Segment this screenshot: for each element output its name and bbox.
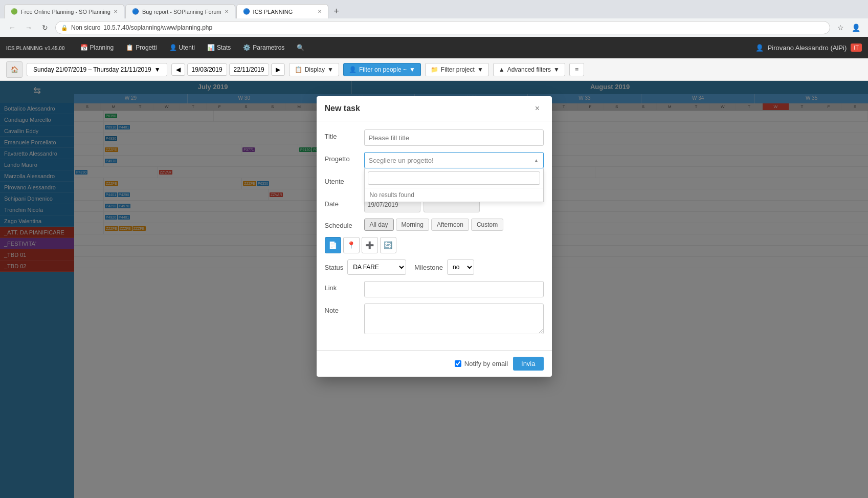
- tab-close[interactable]: ✕: [114, 9, 118, 14]
- lock-text: Non sicuro: [71, 24, 100, 31]
- forward-button[interactable]: →: [23, 21, 35, 34]
- search-icon: 🔍: [297, 44, 304, 51]
- submit-button[interactable]: Invia: [513, 357, 543, 371]
- advanced-filters-icon: ▲: [499, 66, 505, 73]
- progetto-control: Scegliere un progetto! ▲ No results foun…: [364, 152, 544, 168]
- schedule-afternoon-btn[interactable]: Afternoon: [431, 219, 469, 231]
- toolbar: 🏠 Sunday 21/07/2019 – Thursday 21/11/201…: [0, 58, 868, 81]
- link-row: Link: [325, 281, 544, 297]
- user-icon: 👤: [755, 44, 764, 52]
- header-right: 👤 Pirovano Alessandro (AlPi) IT: [755, 44, 862, 52]
- filter-project-label: Filter project: [441, 66, 475, 73]
- title-input[interactable]: [364, 129, 544, 146]
- advanced-filters-arrow: ▼: [553, 66, 560, 73]
- date-range-button[interactable]: Sunday 21/07/2019 – Thursday 21/11/2019 …: [27, 63, 167, 76]
- filter-project-arrow: ▼: [477, 66, 483, 73]
- note-textarea[interactable]: [364, 304, 544, 334]
- prev-date-button[interactable]: ◀: [171, 63, 185, 76]
- new-tab-button[interactable]: +: [329, 4, 344, 18]
- link-control: [364, 281, 544, 297]
- browser-icons: ☆ 👤: [834, 21, 862, 34]
- parametros-icon: ⚙️: [243, 44, 251, 51]
- header-nav: 📅 Planning 📋 Progetti 👤 Utenti 📊 Stats ⚙…: [75, 42, 310, 53]
- logo-version: v1.45.00: [45, 46, 65, 51]
- status-milestone-row: Status DA FARE IN CORSO COMPLETATO Miles…: [325, 259, 544, 275]
- filter-project-button[interactable]: 📁 Filter project ▼: [425, 63, 489, 76]
- location-action-icon[interactable]: 📍: [343, 237, 360, 253]
- utenti-icon: 👤: [169, 44, 177, 51]
- nav-parametros[interactable]: ⚙️ Parametros: [238, 42, 290, 53]
- nav-search[interactable]: 🔍: [292, 42, 309, 53]
- back-button[interactable]: ←: [6, 21, 18, 34]
- status-select[interactable]: DA FARE IN CORSO COMPLETATO: [347, 259, 406, 275]
- nav-planning[interactable]: 📅 Planning: [75, 42, 119, 53]
- milestone-select[interactable]: no yes: [447, 259, 474, 275]
- progetto-search-input[interactable]: [368, 171, 540, 185]
- nav-planning-label: Planning: [90, 44, 114, 51]
- lock-icon: 🔒: [61, 25, 68, 31]
- milestone-group: Milestone no yes: [414, 259, 474, 275]
- tab-label3: ICS PLANNING: [253, 9, 293, 15]
- note-control: [364, 304, 544, 336]
- tab-soplanning[interactable]: 🟢 Free Online Planning - SO Planning ✕: [4, 4, 124, 18]
- note-row: Note: [325, 304, 544, 336]
- modal-title: New task: [325, 104, 360, 113]
- schedule-label: Schedule: [325, 219, 358, 229]
- stats-icon: 📊: [207, 44, 215, 51]
- nav-progetti-label: Progetti: [136, 44, 157, 51]
- document-action-icon[interactable]: 📄: [325, 237, 341, 253]
- browser-chrome: 🟢 Free Online Planning - SO Planning ✕ 🔵…: [0, 0, 868, 37]
- modal-overlay: New task × Title Progetto Scegliere un: [0, 81, 868, 498]
- tab-label: Free Online Planning - SO Planning: [21, 9, 110, 15]
- tab-close3[interactable]: ✕: [318, 9, 322, 14]
- nav-progetti[interactable]: 📋 Progetti: [121, 42, 162, 53]
- modal-close-button[interactable]: ×: [531, 102, 544, 115]
- filter-people-button[interactable]: 👤 Filter on people ~ ▼: [343, 63, 421, 76]
- profile-icon[interactable]: 👤: [850, 21, 862, 34]
- schedule-morning-btn[interactable]: Morning: [396, 219, 429, 231]
- progetto-row: Progetto Scegliere un progetto! ▲ No res…: [325, 152, 544, 168]
- display-button[interactable]: 📋 Display ▼: [289, 63, 339, 76]
- progetti-icon: 📋: [126, 44, 133, 51]
- status-group: Status DA FARE IN CORSO COMPLETATO: [325, 259, 407, 275]
- main-content: ⇆ Bottalico Alessandro Candiago Marcello…: [0, 81, 868, 498]
- advanced-filters-label: Advanced filters: [507, 66, 551, 73]
- schedule-custom-btn[interactable]: Custom: [471, 219, 503, 231]
- tab-bar: 🟢 Free Online Planning - SO Planning ✕ 🔵…: [0, 0, 868, 18]
- progetto-search-container: [365, 168, 543, 188]
- logo-text: ICS PLANNING: [6, 46, 43, 51]
- modal-header: New task ×: [317, 96, 552, 121]
- nav-utenti[interactable]: 👤 Utenti: [164, 42, 200, 53]
- url-bar[interactable]: 🔒 Non sicuro 10.5.7.40/soplanning/www/pl…: [55, 21, 830, 34]
- modal-body: Title Progetto Scegliere un progetto! ▲: [317, 121, 552, 350]
- tab-favicon: 🟢: [11, 8, 18, 15]
- progetto-dropdown-trigger[interactable]: Scegliere un progetto! ▲: [364, 152, 544, 168]
- reload-button[interactable]: ↻: [39, 21, 51, 34]
- notify-label: Notify by email: [464, 360, 508, 367]
- notify-checkbox-label[interactable]: Notify by email: [455, 360, 508, 367]
- add-action-icon[interactable]: ➕: [362, 237, 378, 253]
- progetto-label: Progetto: [325, 152, 358, 163]
- list-view-button[interactable]: ≡: [569, 63, 584, 76]
- progetto-placeholder: Scegliere un progetto!: [369, 157, 434, 164]
- tab-close2[interactable]: ✕: [225, 9, 229, 14]
- schedule-allday-btn[interactable]: All day: [364, 219, 394, 231]
- app-logo: ICS PLANNING v1.45.00: [6, 44, 65, 52]
- filter-project-icon: 📁: [431, 66, 438, 73]
- bookmark-icon[interactable]: ☆: [834, 21, 847, 34]
- notify-checkbox-input[interactable]: [455, 360, 461, 367]
- nav-stats[interactable]: 📊 Stats: [202, 42, 236, 53]
- refresh-action-icon[interactable]: 🔄: [380, 237, 396, 253]
- display-arrow: ▼: [327, 66, 333, 73]
- tab-label2: Bug report - SOPlanning Forum: [142, 9, 221, 15]
- link-input[interactable]: [364, 281, 544, 297]
- prev-date-label[interactable]: 19/03/2019: [187, 63, 227, 76]
- tab-ics[interactable]: 🔵 ICS PLANNING ✕: [236, 4, 328, 18]
- next-date-button[interactable]: ▶: [271, 63, 285, 76]
- advanced-filters-button[interactable]: ▲ Advanced filters ▼: [493, 63, 565, 76]
- progetto-dropdown-menu: No results found: [364, 168, 544, 202]
- link-label: Link: [325, 281, 358, 292]
- tab-bugreport[interactable]: 🔵 Bug report - SOPlanning Forum ✕: [125, 4, 235, 18]
- home-button[interactable]: 🏠: [6, 61, 23, 78]
- next-date-label[interactable]: 22/11/2019: [229, 63, 269, 76]
